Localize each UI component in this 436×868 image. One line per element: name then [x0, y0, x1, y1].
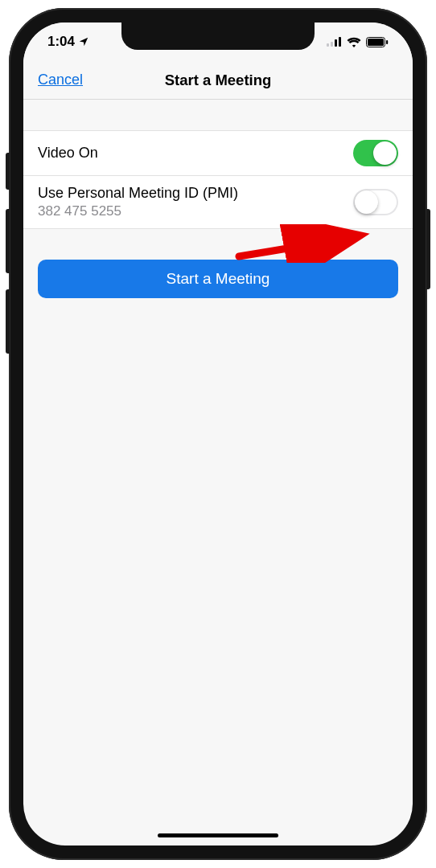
wifi-icon [347, 37, 361, 47]
home-indicator[interactable] [158, 833, 278, 837]
video-on-label: Video On [38, 145, 98, 162]
toggle-knob [373, 141, 397, 165]
status-time: 1:04 [47, 34, 75, 50]
location-icon [78, 36, 89, 47]
pmi-toggle[interactable] [353, 189, 398, 215]
pmi-row: Use Personal Meeting ID (PMI) 382 475 52… [23, 175, 413, 229]
svg-rect-2 [335, 39, 337, 47]
video-on-row: Video On [23, 130, 413, 176]
side-button [426, 209, 430, 289]
svg-rect-0 [327, 43, 329, 47]
video-on-toggle[interactable] [353, 140, 398, 166]
status-right [324, 37, 389, 47]
screen: 1:04 [23, 23, 413, 845]
page-title: Start a Meeting [165, 72, 272, 89]
cellular-signal-icon [327, 37, 342, 47]
status-left: 1:04 [47, 34, 112, 50]
cancel-button[interactable]: Cancel [38, 72, 83, 88]
battery-icon [366, 37, 389, 47]
svg-rect-1 [331, 42, 333, 47]
notch [121, 23, 315, 50]
pmi-value: 382 475 5255 [38, 203, 238, 219]
phone-frame: 1:04 [9, 8, 427, 860]
pmi-label: Use Personal Meeting ID (PMI) [38, 185, 238, 202]
start-meeting-button[interactable]: Start a Meeting [38, 260, 398, 298]
navigation-bar: Cancel Start a Meeting [23, 61, 413, 100]
svg-rect-6 [386, 40, 388, 44]
toggle-knob [355, 190, 378, 214]
content: Video On Use Personal Meeting ID (PMI) 3… [23, 100, 413, 298]
svg-rect-5 [368, 39, 384, 46]
svg-rect-3 [339, 37, 341, 47]
